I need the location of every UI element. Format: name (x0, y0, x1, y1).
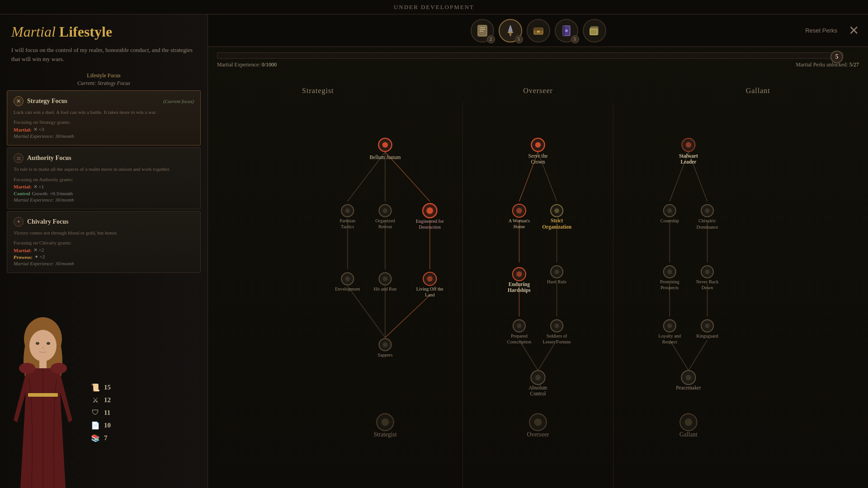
svg-rect-26 (590, 29, 597, 35)
reset-perks-button[interactable]: Reset Perks (805, 27, 837, 34)
authority-martial-grant: Martial: ✕ +1 (14, 184, 194, 190)
exp-info-row: Martial Experience: 0/1000 Martial Perks… (217, 61, 859, 68)
focus-tab-book3[interactable] (583, 19, 606, 42)
stat-icon-scroll2: 📄 (90, 420, 100, 430)
svg-point-101 (554, 324, 559, 328)
svg-text:Control: Control (530, 391, 546, 396)
chivalry-focus-card[interactable]: ✦ Chivalry Focus Victory comes not throu… (7, 211, 201, 273)
strategy-focus-tag: (Current focus) (163, 99, 194, 104)
svg-point-6 (47, 342, 50, 345)
strategy-focus-desc: Luck can win a duel. A fool can win a ba… (14, 109, 194, 116)
svg-text:Promising: Promising (660, 279, 679, 284)
svg-point-127 (705, 208, 709, 213)
svg-text:Stalwart: Stalwart (679, 153, 698, 159)
stat-icon-shield: 🛡 (90, 408, 100, 418)
focus-card-header: ✕ Strategy Focus (Current focus) (14, 96, 194, 106)
svg-text:Engineered for: Engineered for (416, 219, 444, 224)
svg-point-11 (51, 363, 67, 374)
svg-point-90 (516, 271, 522, 277)
focus-tab-book2[interactable]: 5 (555, 19, 578, 42)
focus-tab-sword[interactable]: 5 (499, 19, 522, 42)
perks-label: Martial Perks unlocked: (796, 61, 848, 68)
stat-item-0: 📜 15 (90, 382, 111, 392)
svg-point-10 (19, 363, 35, 374)
svg-text:Gallant: Gallant (679, 431, 698, 438)
stat-item-3: 📄 10 (90, 420, 111, 430)
svg-text:Enduring: Enduring (509, 282, 530, 287)
svg-text:A Woman's: A Woman's (509, 218, 530, 223)
svg-point-42 (345, 208, 350, 213)
svg-rect-19 (534, 28, 543, 30)
svg-text:Dominance: Dominance (697, 225, 718, 230)
stat-icon-scroll: 📜 (90, 382, 100, 392)
chivalry-exp-grant: Martial Experience: 30/month (14, 261, 194, 266)
svg-text:Strict: Strict (551, 218, 563, 223)
svg-text:Peacemaker: Peacemaker (676, 385, 701, 390)
svg-rect-8 (39, 360, 47, 369)
title-area: Martial Lifestyle I will focus on the co… (0, 14, 208, 68)
top-banner: UNDER DEVELOPMENT (0, 0, 868, 14)
strategy-focus-card[interactable]: ✕ Strategy Focus (Current focus) Luck ca… (7, 90, 201, 145)
svg-point-64 (383, 343, 387, 347)
authority-grants-label: Focusing on Authority grants: (14, 177, 194, 182)
svg-text:Conscription: Conscription (507, 339, 532, 344)
stat-item-2: 🛡 11 (90, 408, 111, 418)
svg-text:Envelopment: Envelopment (335, 286, 360, 291)
svg-text:Serve the: Serve the (528, 153, 548, 159)
page-title: Martial Lifestyle (11, 23, 196, 40)
right-panel: 2 5 (208, 14, 868, 488)
svg-text:Hit and Run: Hit and Run (374, 286, 397, 291)
main-container: Martial Lifestyle I will focus on the co… (0, 14, 868, 488)
svg-point-131 (667, 269, 672, 274)
exp-level-badge: 5 (830, 51, 843, 63)
perks-value: 5/27 (849, 61, 859, 68)
chivalry-focus-header: ✦ Chivalry Focus (14, 217, 194, 227)
svg-point-146 (686, 375, 691, 380)
tab-book2-badge: 5 (571, 35, 579, 43)
chivalry-focus-desc: Victory comes not through blood or gold,… (14, 230, 194, 236)
close-button[interactable]: ✕ (849, 23, 859, 38)
current-focus-label: Current: Strategy Focus (7, 80, 201, 87)
svg-text:Prospects: Prospects (660, 285, 679, 290)
stat-item-4: 📚 7 (90, 433, 111, 443)
svg-line-117 (670, 340, 689, 371)
strategy-martial-grant: Martial: ✕ +3 (14, 127, 194, 132)
svg-point-105 (535, 375, 541, 380)
authority-focus-card[interactable]: ⚖ Authority Focus To rule is to make all… (7, 147, 201, 209)
svg-text:Land: Land (425, 292, 435, 297)
chivalry-prowess-grant: Prowess: ✦ +2 (14, 254, 194, 260)
exp-info-right: Martial Perks unlocked: 5/27 (796, 61, 859, 68)
chivalry-focus-name: Chivalry Focus (27, 218, 68, 225)
svg-point-120 (686, 142, 691, 147)
svg-text:Respect: Respect (662, 339, 677, 344)
focus-tab-chest[interactable] (527, 19, 550, 42)
svg-text:Sappers: Sappers (377, 352, 392, 357)
svg-text:Absolute: Absolute (528, 385, 547, 390)
svg-line-118 (689, 340, 708, 371)
svg-point-54 (345, 277, 350, 281)
svg-point-46 (383, 208, 387, 213)
svg-text:Never Back: Never Back (696, 279, 719, 284)
header-bar: 2 5 (208, 14, 868, 47)
svg-text:Tactics: Tactics (341, 224, 354, 229)
svg-rect-17 (509, 33, 511, 36)
svg-text:Hard Rule: Hard Rule (547, 279, 566, 284)
skill-tree-svg: Bellum Justum Parthian Tactics Organized… (208, 103, 868, 488)
svg-point-7 (42, 347, 44, 349)
focus-tab-scroll[interactable]: 2 (471, 19, 494, 42)
svg-rect-16 (508, 32, 513, 33)
authority-exp-grant: Martial Experience: 30/month (14, 197, 194, 202)
svg-text:Prepared: Prepared (511, 333, 528, 338)
svg-text:Retreat: Retreat (378, 224, 392, 229)
svg-text:Soldiers of: Soldiers of (547, 333, 567, 338)
svg-line-75 (519, 340, 538, 371)
strategist-title: Strategist (208, 84, 428, 103)
character-portrait (0, 307, 90, 488)
authority-focus-icon: ⚖ (14, 153, 24, 163)
strategy-focus-icon: ✕ (14, 96, 24, 106)
focus-section: Lifestyle Focus Current: Strategy Focus … (7, 72, 201, 275)
svg-text:Hardships: Hardships (508, 287, 531, 293)
stat-value-2: 11 (104, 409, 110, 417)
lifestyle-focus-label: Lifestyle Focus (7, 72, 201, 79)
svg-point-78 (535, 142, 541, 147)
